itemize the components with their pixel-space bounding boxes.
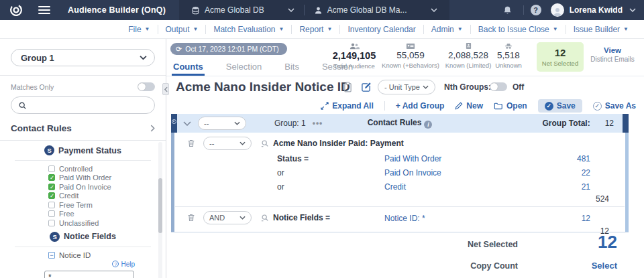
chevron-down-icon — [234, 121, 240, 125]
person-icon — [314, 6, 323, 15]
checkbox-option-paid-with-order[interactable]: Paid With Order — [48, 173, 166, 183]
tab-selection[interactable]: Selection — [225, 62, 263, 76]
expand-all-button[interactable]: Expand All — [321, 101, 374, 111]
condition-value-link[interactable]: Paid On Invoice — [384, 168, 441, 178]
refresh-icon[interactable]: ⟳ — [176, 45, 182, 54]
condition-value-link[interactable]: Paid With Order — [384, 154, 441, 163]
group-operator-select[interactable]: -- — [198, 117, 246, 130]
count-timestamp-pill[interactable]: ⟳ Oct 17, 2023 12:01 PM (CDT) — [170, 43, 287, 55]
checkbox[interactable] — [48, 165, 55, 172]
collapse-minus-icon[interactable]: − — [48, 252, 55, 259]
rule-operator-select[interactable]: -- — [203, 137, 252, 150]
hamburger-menu-icon[interactable] — [38, 6, 50, 14]
checkbox-option-free-term[interactable]: Free Term — [48, 200, 166, 210]
rule-operator-select[interactable]: AND — [203, 211, 252, 224]
chevron-down-icon — [140, 56, 147, 60]
chevron-down-icon — [288, 8, 294, 12]
menu-report[interactable]: Report▼ — [291, 25, 339, 34]
scrollbar-thumb[interactable] — [158, 178, 162, 233]
rule-notice-fields: AND Notice Fields = Notice ID: * 12 12 — [171, 207, 629, 237]
notice-fields-section-header[interactable]: S Notice Fields — [0, 229, 166, 245]
group-menu-dots[interactable]: ••• — [313, 119, 323, 128]
folder-open-icon — [494, 102, 503, 110]
copy-count-select-link[interactable]: Select — [592, 261, 617, 271]
help-link[interactable]: ? Help — [112, 261, 135, 268]
delete-rule-icon[interactable] — [186, 139, 197, 148]
group-header: -- Group: 1 ••• Contact Rulesi Group Tot… — [171, 114, 629, 133]
matches-only-label: Matches Only — [11, 83, 54, 91]
rule-name: Acme Nano Insider Paid: Payment — [273, 139, 404, 148]
menu-issue-builder[interactable]: Issue Builder▼ — [566, 25, 636, 34]
notice-id-field-toggle[interactable]: − Notice ID — [0, 249, 166, 259]
group-select[interactable]: Group 1 — [11, 49, 155, 66]
checkbox-option-unclassified[interactable]: Unclassified — [48, 218, 166, 228]
group-total-value: 12 — [605, 119, 614, 128]
tab-counts[interactable]: Counts — [172, 62, 205, 76]
copy-clipboard-icon[interactable] — [343, 82, 352, 92]
search-icon — [18, 101, 27, 110]
checkbox-option-free[interactable]: Free — [48, 210, 166, 219]
user-name[interactable]: Lorena Kwidd — [570, 5, 623, 15]
checkbox[interactable] — [48, 192, 55, 199]
lookup-magnifier-icon[interactable] — [261, 214, 269, 222]
menu-inventory-calendar[interactable]: Inventory Calendar — [339, 25, 423, 34]
tab-bits[interactable]: Bits — [283, 62, 301, 76]
condition-value-link[interactable]: Notice ID: * — [384, 214, 425, 223]
lookup-magnifier-icon[interactable] — [261, 139, 269, 147]
menu-file[interactable]: File▼ — [121, 25, 157, 34]
condition-count: 21 — [582, 182, 590, 192]
checkbox[interactable] — [48, 184, 55, 190]
nth-groups-state: Off — [513, 82, 524, 92]
checkbox-option-credit[interactable]: Credit — [48, 192, 166, 201]
menu-match-evaluation[interactable]: Match Evaluation▼ — [205, 25, 291, 34]
checkbox-option-paid-on-invoice[interactable]: Paid On Invoice — [48, 182, 166, 192]
condition-value-link[interactable]: Credit — [384, 182, 406, 192]
database-selector[interactable]: Acme Global DB — [186, 5, 300, 15]
delete-rule-icon[interactable] — [186, 213, 197, 222]
check-circle-icon: ✓ — [545, 102, 553, 111]
chevron-right-icon — [150, 125, 155, 132]
save-as-button[interactable]: ✓ Save As — [593, 101, 636, 111]
sidebar-search[interactable] — [11, 96, 155, 114]
sidebar-collapse-handle[interactable] — [162, 83, 169, 95]
title-row: Acme Nano Insider Notice ID - Unit Type … — [166, 79, 644, 96]
checkbox[interactable] — [48, 202, 55, 208]
dropdown-arrow-icon: ▼ — [327, 26, 332, 32]
new-button[interactable]: New — [455, 101, 483, 111]
contact-rules-section[interactable]: Contact Rules — [0, 121, 166, 141]
condition-count: 481 — [577, 154, 590, 163]
group-collapse-chevron-icon[interactable] — [183, 121, 191, 126]
menu-admin[interactable]: Admin▼ — [423, 25, 470, 34]
copy-count-label: Copy Count — [470, 261, 518, 271]
save-button[interactable]: ✓ Save — [538, 99, 582, 113]
open-button[interactable]: Open — [494, 101, 527, 111]
incognito-icon — [472, 42, 545, 50]
unit-type-select[interactable]: - Unit Type — [378, 80, 435, 94]
info-icon[interactable]: i — [424, 121, 432, 129]
condition-row: or Paid On Invoice 22 — [171, 165, 629, 180]
notice-id-input[interactable]: * — [44, 271, 134, 278]
chevron-down-icon — [629, 8, 636, 12]
payment-status-section-header[interactable]: S Payment Status — [0, 141, 166, 158]
checkbox[interactable] — [48, 174, 55, 181]
menu-back-to-issue-close[interactable]: Back to Issue Close▼ — [470, 25, 566, 34]
campaign-selector[interactable]: Acme Global DB Ma... — [309, 5, 443, 15]
view-link[interactable]: View — [584, 46, 641, 54]
checkbox-option-controlled[interactable]: Controlled — [48, 164, 166, 173]
menu-output[interactable]: Output▼ — [158, 25, 206, 34]
search-input[interactable] — [31, 100, 148, 110]
net-selected-value: 12 — [598, 232, 617, 253]
add-group-button[interactable]: + Add Group — [396, 101, 445, 111]
divider — [15, 160, 151, 161]
edit-icon[interactable] — [361, 82, 372, 92]
divider — [384, 101, 385, 111]
condition-row: or Credit 21 — [171, 180, 629, 194]
nth-groups-toggle[interactable] — [490, 82, 507, 91]
user-avatar[interactable] — [551, 3, 564, 17]
checkbox[interactable] — [48, 210, 55, 217]
notifications-bell-icon[interactable] — [499, 5, 517, 15]
matches-only-toggle[interactable] — [138, 82, 155, 91]
pencil-icon — [455, 102, 463, 110]
checkbox[interactable] — [48, 220, 55, 226]
help-icon[interactable]: ? — [531, 5, 541, 15]
